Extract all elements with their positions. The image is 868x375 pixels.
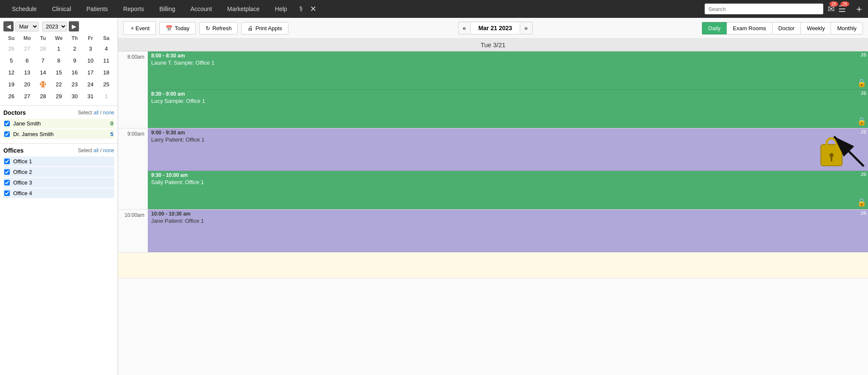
cal-day-10[interactable]: 10 [82, 54, 98, 66]
cal-day-13[interactable]: 13 [19, 66, 35, 78]
nav-add-button[interactable]: ＋ [854, 3, 864, 15]
time-slot-8am: 8:00am 8:00 - 8:30 am Laurie T. Sample: … [118, 51, 868, 128]
view-weekly-button[interactable]: Weekly [800, 22, 831, 34]
envelope-icon[interactable]: ✉ 26 [828, 4, 835, 14]
cal-day-27[interactable]: 27 [19, 90, 35, 102]
cal-day-2[interactable]: 2 [67, 43, 82, 54]
cal-day-3[interactable]: 3 [82, 43, 98, 54]
cal-day-22[interactable]: 22 [51, 78, 67, 90]
cal-day-18[interactable]: 18 [99, 66, 114, 78]
date-next-button[interactable]: » [520, 22, 533, 34]
office-checkbox-4[interactable] [4, 190, 10, 196]
view-doctor-button[interactable]: Doctor [772, 22, 800, 34]
cal-day-9[interactable]: 9 [67, 54, 82, 66]
office-item-2: Office 2 [3, 167, 114, 177]
nav-close-icon[interactable]: ✕ [310, 4, 316, 14]
cal-day-14[interactable]: 14 [35, 66, 51, 78]
main-layout: ◀ JanFebMar AprMayJun JulAugSep OctNovDe… [0, 18, 868, 375]
refresh-icon: ↻ [206, 25, 210, 31]
nav-patients[interactable]: Patients [79, 0, 116, 18]
offices-select-none[interactable]: none [103, 148, 114, 153]
doctors-section: Doctors Select all / none Jane Smith 0 D… [0, 105, 118, 143]
cal-day-30[interactable]: 30 [67, 90, 82, 102]
date-prev-button[interactable]: « [458, 22, 471, 34]
cal-prev-button[interactable]: ◀ [3, 21, 14, 31]
nav-reports[interactable]: Reports [116, 0, 152, 18]
nav-billing[interactable]: Billing [152, 0, 183, 18]
cal-day-5[interactable]: 5 [3, 54, 19, 66]
cal-day-28[interactable]: 28 [35, 90, 51, 102]
cal-day-15[interactable]: 15 [51, 66, 67, 78]
cal-day-1[interactable]: 1 [51, 43, 67, 54]
office-checkbox-3[interactable] [4, 180, 10, 185]
appointment-lucy[interactable]: 8:30 - 9:00 am Lucy Sample: Office 1 JS … [148, 90, 868, 128]
cal-day-21[interactable]: 21 [35, 78, 51, 90]
cal-day-29[interactable]: 29 [51, 90, 67, 102]
cal-year-select[interactable]: 2021202220232024 [42, 22, 67, 31]
cal-day-1[interactable]: 1 [99, 90, 114, 102]
cal-day-4[interactable]: 4 [99, 43, 114, 54]
date-nav-label: Mar 21 2023 [471, 22, 519, 34]
refresh-button[interactable]: ↻ Refresh [199, 22, 238, 34]
cal-day-23[interactable]: 23 [67, 78, 82, 90]
cal-day-26[interactable]: 26 [3, 43, 19, 54]
search-input[interactable] [705, 3, 823, 14]
view-daily-button[interactable]: Daily [702, 22, 727, 34]
appt-name-4: Sally Patient: Office 1 [151, 179, 865, 185]
appointment-larry[interactable]: 9:00 - 9:30 am Larry Patient: Office 1 J… [148, 128, 868, 171]
doctors-select-all[interactable]: all [93, 110, 99, 116]
office-name-1: Office 1 [13, 158, 113, 165]
appt-time-4: 9:30 - 10:00 am [151, 172, 865, 178]
doctor-name-2: Dr. James Smith [13, 131, 110, 137]
calendar-area: Tue 3/21 8:00am 8:00 - 8:30 am Laurie T.… [118, 39, 868, 375]
nav-clinical[interactable]: Clinical [44, 0, 79, 18]
offices-header: Offices Select all / none [3, 147, 114, 154]
view-exam-button[interactable]: Exam Rooms [727, 22, 772, 34]
cal-day-25[interactable]: 25 [99, 78, 114, 90]
nav-marketplace[interactable]: Marketplace [220, 0, 267, 18]
cal-day-28[interactable]: 28 [35, 43, 51, 54]
office-item-1: Office 1 [3, 156, 114, 166]
toolbar: ＋ Event 📅 Today ↻ Refresh 🖨 Print Appts … [118, 18, 868, 39]
cal-day-27[interactable]: 27 [19, 43, 35, 54]
cal-day-20[interactable]: 20 [19, 78, 35, 90]
list-icon[interactable]: ☰ 26 [838, 4, 846, 14]
cal-day-19[interactable]: 19 [3, 78, 19, 90]
nav-account[interactable]: Account [183, 0, 220, 18]
select-label: Select [78, 110, 92, 116]
cal-day-12[interactable]: 12 [3, 66, 19, 78]
appt-lock-small-1: 🔒 [857, 78, 866, 88]
doctor-count-2: 5 [110, 131, 113, 137]
large-lock-icon [820, 144, 843, 166]
cal-next-button[interactable]: ▶ [69, 21, 79, 31]
event-button[interactable]: ＋ Event [123, 21, 156, 35]
cal-day-7[interactable]: 7 [35, 54, 51, 66]
cal-day-6[interactable]: 6 [19, 54, 35, 66]
today-button[interactable]: 📅 Today [159, 22, 196, 34]
appointment-jane[interactable]: 10:00 - 10:30 am Jane Patient: Office 1 … [148, 210, 868, 252]
cal-day-26[interactable]: 26 [3, 90, 19, 102]
offices-select-label: Select [78, 148, 92, 153]
cal-day-24[interactable]: 24 [82, 78, 98, 90]
cal-day-17[interactable]: 17 [82, 66, 98, 78]
print-button[interactable]: 🖨 Print Appts [241, 22, 288, 34]
appointment-laurie[interactable]: 8:00 - 8:30 am Laurie T. Sample: Office … [148, 51, 868, 90]
doctor-checkbox-2[interactable] [4, 131, 10, 137]
cal-day-16[interactable]: 16 [67, 66, 82, 78]
cal-day-8[interactable]: 8 [51, 54, 67, 66]
doctors-select-none[interactable]: none [103, 110, 114, 116]
office-name-3: Office 3 [13, 179, 113, 186]
view-monthly-button[interactable]: Monthly [831, 22, 863, 34]
cal-day-11[interactable]: 11 [99, 54, 114, 66]
nav-help[interactable]: Help [267, 0, 295, 18]
appointment-sally[interactable]: 9:30 - 10:00 am Sally Patient: Office 1 … [148, 171, 868, 209]
cal-month-select[interactable]: JanFebMar AprMayJun JulAugSep OctNovDec [15, 22, 39, 31]
top-nav: Schedule Clinical Patients Reports Billi… [0, 0, 868, 18]
offices-select-all[interactable]: all [93, 148, 99, 153]
doctor-checkbox-1[interactable] [4, 121, 10, 126]
nav-schedule[interactable]: Schedule [4, 0, 44, 18]
office-checkbox-1[interactable] [4, 159, 10, 164]
cal-day-31[interactable]: 31 [82, 90, 98, 102]
nav-tools-icon[interactable]: ⚕ [299, 4, 303, 14]
office-checkbox-2[interactable] [4, 169, 10, 175]
